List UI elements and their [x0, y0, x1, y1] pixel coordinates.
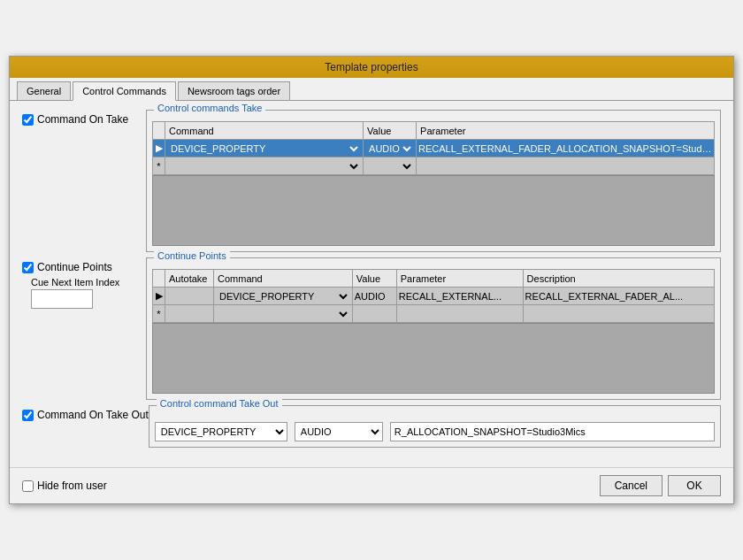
continue-points-checkbox-label[interactable]: Continue Points: [22, 261, 119, 273]
cell-parameter-cp: RECALL_EXTERNAL...: [396, 288, 523, 305]
dialog: Template properties General Control Comm…: [9, 56, 734, 504]
table-row[interactable]: *: [153, 305, 715, 323]
cell-value-cp: AUDIO: [352, 288, 396, 305]
continue-points-label-area: Continue Points Cue Next Item Index: [22, 257, 146, 309]
command-take-empty-area: [152, 175, 715, 246]
cue-next-input[interactable]: [31, 289, 93, 309]
tab-bar: General Control Commands Newsroom tags o…: [10, 78, 733, 101]
continue-points-empty-area: [152, 323, 715, 394]
tab-newsroom-tags[interactable]: Newsroom tags order: [178, 81, 290, 100]
content-area: Command On Take Control commands Take Co…: [10, 101, 733, 462]
cell-parameter-empty: [417, 157, 715, 175]
command-on-take-grid: Command Value Parameter ▶ DEVICE_PROPERT…: [152, 121, 715, 175]
cell-description-cp: RECALL_EXTERNAL_FADER_AL...: [523, 288, 714, 305]
cue-label: Cue Next Item Index: [31, 277, 119, 288]
cell-autotake: [165, 288, 214, 305]
control-commands-take-title: Control commands Take: [154, 103, 265, 113]
continue-points-checkbox[interactable]: [22, 262, 34, 273]
cell-value-empty[interactable]: [364, 157, 417, 175]
cell-command[interactable]: DEVICE_PROPERTY: [165, 140, 364, 157]
cue-next-section: Cue Next Item Index: [22, 277, 119, 309]
command-on-take-checkbox-label[interactable]: Command On Take: [22, 113, 128, 126]
col-parameter-cp: Parameter: [396, 270, 523, 288]
value-select-empty[interactable]: [365, 160, 414, 173]
cell-autotake-empty: [165, 305, 214, 323]
col-parameter-1: Parameter: [417, 122, 715, 140]
command-on-take-out-section: Command On Take Out Control command Take…: [22, 405, 721, 448]
row-arrow: ▶: [153, 140, 165, 157]
col-command-1: Command: [165, 122, 364, 140]
command-on-take-out-checkbox-label[interactable]: Command On Take Out: [22, 409, 149, 421]
cell-parameter: RECALL_EXTERNAL_FADER_ALLOCATION_SNAPSHO…: [417, 140, 715, 157]
continue-points-grid: Autotake Command Value Parameter Descrip…: [152, 269, 715, 323]
row-star: *: [153, 157, 165, 175]
cell-value-cp-empty: [352, 305, 396, 323]
tab-control-commands[interactable]: Control Commands: [73, 81, 176, 101]
take-out-inputs: DEVICE_PROPERTY AUDIO: [155, 422, 715, 441]
take-out-parameter-input[interactable]: [390, 422, 715, 441]
dialog-title: Template properties: [325, 61, 417, 73]
footer: Hide from user Cancel OK: [10, 467, 733, 503]
continue-points-group: Continue Points Autotake Command Value P…: [146, 257, 721, 400]
table-row[interactable]: ▶ DEVICE_PROPERTY AUDIO RECALL_EXTERNAL.…: [153, 288, 715, 305]
col-arrow-cp: [153, 270, 165, 288]
control-commands-take-group: Control commands Take Command Value Para…: [146, 110, 721, 252]
hide-from-user-checkbox[interactable]: [22, 480, 34, 492]
command-on-take-out-checkbox[interactable]: [22, 410, 34, 421]
cancel-button[interactable]: Cancel: [600, 475, 663, 496]
col-value-1: Value: [364, 122, 417, 140]
col-autotake: Autotake: [165, 270, 214, 288]
cell-description-cp-empty: [523, 305, 714, 323]
continue-points-section: Continue Points Cue Next Item Index Cont…: [22, 257, 721, 400]
command-select-1[interactable]: DEVICE_PROPERTY: [167, 142, 361, 155]
command-select-cp[interactable]: DEVICE_PROPERTY: [216, 290, 350, 303]
row-arrow-cp: ▶: [153, 288, 165, 305]
col-command-cp: Command: [214, 270, 353, 288]
cell-command-empty[interactable]: [165, 157, 364, 175]
cell-parameter-cp-empty: [396, 305, 523, 323]
command-on-take-checkbox[interactable]: [22, 114, 34, 126]
take-out-command-select[interactable]: DEVICE_PROPERTY: [155, 422, 287, 441]
table-row[interactable]: *: [153, 157, 715, 175]
col-description-cp: Description: [523, 270, 714, 288]
row-star-cp: *: [153, 305, 165, 323]
control-command-take-out-group: Control command Take Out DEVICE_PROPERTY…: [149, 405, 721, 448]
title-bar: Template properties: [10, 57, 733, 78]
value-select-1[interactable]: AUDIO: [365, 142, 414, 155]
cell-command-cp-empty[interactable]: [214, 305, 353, 323]
continue-points-title: Continue Points: [154, 250, 230, 261]
footer-left: Hide from user: [22, 479, 107, 492]
col-arrow-1: [153, 122, 165, 140]
footer-right: Cancel OK: [600, 475, 721, 496]
command-on-take-out-label: Command On Take Out: [22, 405, 149, 421]
table-row[interactable]: ▶ DEVICE_PROPERTY AUDIO: [153, 140, 715, 157]
command-select-empty[interactable]: [167, 160, 361, 173]
control-command-take-out-title: Control command Take Out: [157, 398, 282, 409]
col-value-cp: Value: [352, 270, 396, 288]
cell-command-cp[interactable]: DEVICE_PROPERTY: [214, 288, 353, 305]
command-select-cp-empty[interactable]: [216, 308, 350, 320]
take-out-value-select[interactable]: AUDIO: [295, 422, 383, 441]
ok-button[interactable]: OK: [668, 475, 721, 496]
hide-from-user-label[interactable]: Hide from user: [22, 479, 107, 492]
cell-value[interactable]: AUDIO: [364, 140, 417, 157]
tab-general[interactable]: General: [17, 81, 71, 100]
command-on-take-label: Command On Take: [22, 110, 146, 126]
command-on-take-section: Command On Take Control commands Take Co…: [22, 110, 721, 252]
